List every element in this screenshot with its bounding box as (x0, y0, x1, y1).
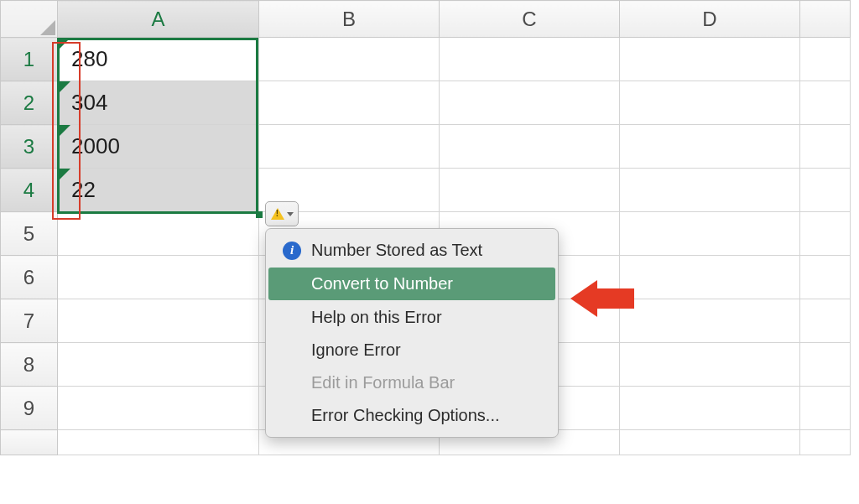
select-all-corner[interactable] (1, 1, 58, 38)
cell-value: 22 (71, 177, 96, 202)
cell-e4[interactable] (800, 169, 851, 212)
warning-icon (271, 208, 284, 220)
cell-b1[interactable] (259, 38, 440, 81)
menu-item-label: Convert to Number (311, 274, 453, 293)
cell-a5[interactable] (58, 212, 259, 256)
cell-c2[interactable] (440, 81, 620, 125)
menu-item-label: Edit in Formula Bar (311, 373, 455, 392)
cell-c4[interactable] (440, 169, 620, 212)
menu-item-error-checking-options[interactable]: Error Checking Options... (266, 399, 558, 432)
cell-d7[interactable] (620, 299, 800, 343)
cell-e9[interactable] (800, 387, 851, 430)
cell-a2[interactable]: 304 (58, 81, 259, 125)
cell-c3[interactable] (440, 125, 620, 169)
info-icon: i (283, 242, 301, 260)
row-header-4[interactable]: 4 (1, 169, 58, 212)
menu-header: i Number Stored as Text (266, 234, 558, 267)
menu-item-label: Ignore Error (311, 340, 401, 359)
error-indicator-icon (58, 81, 70, 94)
cell-a1[interactable]: 280 (58, 38, 259, 81)
cell-b3[interactable] (259, 125, 440, 169)
row-header-5[interactable]: 5 (1, 212, 58, 256)
fill-handle[interactable] (256, 211, 263, 218)
error-indicator-icon (58, 38, 70, 50)
cell-d4[interactable] (620, 169, 800, 212)
cell-a6[interactable] (58, 256, 259, 299)
cell-d1[interactable] (620, 38, 800, 81)
chevron-down-icon (287, 212, 294, 216)
row-header-8[interactable]: 8 (1, 343, 58, 387)
cell-a3[interactable]: 2000 (58, 125, 259, 169)
cell-d8[interactable] (620, 343, 800, 387)
menu-item-ignore-error[interactable]: Ignore Error (266, 334, 558, 366)
cell-d2[interactable] (620, 81, 800, 125)
cell-a9[interactable] (58, 387, 259, 430)
cell-e6[interactable] (800, 256, 851, 299)
cell-d3[interactable] (620, 125, 800, 169)
menu-item-label: Help on this Error (311, 308, 442, 326)
cell-value: 2000 (71, 133, 120, 158)
cell-e10[interactable] (800, 430, 851, 455)
cell-e1[interactable] (800, 38, 851, 81)
menu-item-convert-to-number[interactable]: Convert to Number (268, 268, 555, 300)
row-header-10[interactable] (1, 430, 58, 455)
cell-a4[interactable]: 22 (58, 169, 259, 212)
cell-value: 304 (71, 90, 107, 115)
cell-a7[interactable] (58, 299, 259, 343)
cell-a8[interactable] (58, 343, 259, 387)
row-header-1[interactable]: 1 (1, 38, 58, 81)
menu-item-label: Error Checking Options... (311, 406, 500, 424)
menu-item-edit-formula-bar: Edit in Formula Bar (266, 366, 558, 399)
cell-d10[interactable] (620, 430, 800, 455)
cell-d5[interactable] (620, 212, 800, 256)
column-header-a[interactable]: A (58, 1, 259, 38)
column-header-c[interactable]: C (440, 1, 620, 38)
cell-e8[interactable] (800, 343, 851, 387)
cell-e3[interactable] (800, 125, 851, 169)
menu-item-help-on-error[interactable]: Help on this Error (266, 301, 558, 334)
error-indicator-icon (58, 125, 70, 138)
cell-e5[interactable] (800, 212, 851, 256)
menu-header-label: Number Stored as Text (311, 241, 482, 259)
cell-e7[interactable] (800, 299, 851, 343)
column-header-e[interactable] (800, 1, 851, 38)
error-indicator-icon (58, 169, 70, 181)
cell-e2[interactable] (800, 81, 851, 125)
cell-c1[interactable] (440, 38, 620, 81)
error-options-button[interactable] (265, 201, 299, 226)
error-options-menu: i Number Stored as Text Convert to Numbe… (265, 228, 559, 438)
column-header-b[interactable]: B (259, 1, 440, 38)
row-header-2[interactable]: 2 (1, 81, 58, 125)
column-header-d[interactable]: D (620, 1, 800, 38)
row-header-3[interactable]: 3 (1, 125, 58, 169)
row-header-6[interactable]: 6 (1, 256, 58, 299)
row-header-7[interactable]: 7 (1, 299, 58, 343)
row-header-9[interactable]: 9 (1, 387, 58, 430)
cell-d9[interactable] (620, 387, 800, 430)
cell-d6[interactable] (620, 256, 800, 299)
cell-value: 280 (71, 46, 107, 71)
cell-a10[interactable] (58, 430, 259, 455)
cell-b2[interactable] (259, 81, 440, 125)
